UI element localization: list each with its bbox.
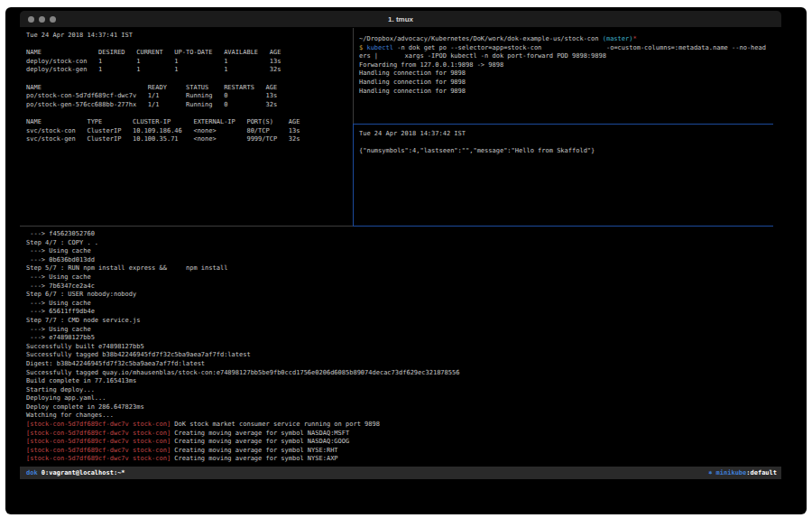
pane-divider-horizontal-active-top[interactable] bbox=[354, 124, 773, 125]
window-titlebar: 1. tmux bbox=[20, 11, 781, 28]
kube-context-indicator: ⎈ minikube:default bbox=[708, 467, 777, 479]
terminal-line: Step 4/7 : COPY . . bbox=[26, 239, 778, 248]
pane-divider-vertical-active[interactable] bbox=[353, 124, 354, 227]
close-button[interactable] bbox=[28, 16, 34, 23]
terminal-line: ---> Using cache bbox=[26, 247, 778, 256]
terminal-line: Starting deploy... bbox=[26, 386, 778, 395]
tmux-session-and-window[interactable]: dok 0:vagrant@localhost:~* bbox=[26, 467, 125, 479]
terminal-line: Successfully tagged quay.io/mhausenblas/… bbox=[26, 369, 778, 378]
pane-port-forward[interactable]: ~/Dropbox/advocacy/Kubernetes/DoK/work/d… bbox=[354, 28, 781, 124]
terminal-line: Step 7/7 : CMD node service.js bbox=[26, 317, 778, 326]
terminal-line: Tue 24 Apr 2018 14:37:41 IST bbox=[26, 32, 349, 41]
terminal-line: ---> e74898127bb5 bbox=[26, 334, 778, 343]
terminal-line: [stock-con-5d7df689cf-dwc7v stock-con] D… bbox=[26, 421, 778, 430]
terminal-line: ---> Using cache bbox=[26, 273, 778, 282]
terminal-line: ---> Using cache bbox=[26, 326, 778, 335]
terminal-line bbox=[359, 139, 778, 148]
pane-divider-horizontal-active-bottom[interactable] bbox=[353, 226, 773, 227]
terminal-line: Successfully built e74898127bb5 bbox=[26, 343, 778, 352]
window-controls bbox=[28, 16, 56, 23]
terminal-line: Forwarding from 127.0.0.1:9898 -> 9898 bbox=[359, 61, 778, 70]
minimize-button[interactable] bbox=[39, 16, 45, 23]
terminal-line: Digest: b38b42246945fd7f32c5ba9aea7af7fd… bbox=[26, 360, 778, 369]
pane-divider-vertical-inactive[interactable] bbox=[353, 28, 354, 124]
terminal-line bbox=[26, 41, 349, 50]
terminal-line: svc/stock-con ClusterIP 10.109.186.46 <n… bbox=[26, 127, 349, 136]
terminal-line bbox=[26, 109, 349, 118]
pane-service-response[interactable]: Tue 24 Apr 2018 14:37:42 IST{"numsymbols… bbox=[354, 125, 781, 226]
terminal-line: [stock-con-5d7df689cf-dwc7v stock-con] C… bbox=[26, 438, 778, 447]
tmux-status-bar: dok 0:vagrant@localhost:~* ⎈ minikube:de… bbox=[20, 467, 781, 479]
terminal-line: ---> Using cache bbox=[26, 300, 778, 309]
terminal-line: Handling connection for 9898 bbox=[359, 69, 778, 79]
terminal-line: ---> 0b636bd013dd bbox=[26, 256, 778, 265]
terminal-line bbox=[26, 75, 349, 84]
tmux-session: Tue 24 Apr 2018 14:37:41 ISTNAME DESIRED… bbox=[20, 28, 781, 467]
pane-skaffold-build-log[interactable]: ---> f45623052760Step 4/7 : COPY . . ---… bbox=[20, 227, 781, 467]
terminal-line: deploy/stock-gen 1 1 1 1 32s bbox=[26, 66, 349, 75]
terminal-line: Build complete in 77.165413ms bbox=[26, 377, 778, 386]
pane-divider-horizontal-inactive[interactable] bbox=[20, 226, 353, 227]
terminal-line: {"numsymbols":4,"lastseen":"","message":… bbox=[359, 147, 778, 156]
terminal-line: NAME TYPE CLUSTER-IP EXTERNAL-IP PORT(S)… bbox=[26, 118, 349, 127]
terminal-line: Deploy complete in 286.647823ms bbox=[26, 403, 778, 412]
terminal-line: Step 6/7 : USER nobody:nobody bbox=[26, 291, 778, 300]
terminal-line: [stock-con-5d7df689cf-dwc7v stock-con] C… bbox=[26, 447, 778, 456]
terminal-line: deploy/stock-con 1 1 1 1 13s bbox=[26, 58, 349, 67]
zoom-button[interactable] bbox=[50, 16, 56, 23]
terminal-line: po/stock-con-5d7df689cf-dwc7v 1/1 Runnin… bbox=[26, 92, 349, 101]
window-title: 1. tmux bbox=[20, 11, 781, 28]
pane-kubectl-watch[interactable]: Tue 24 Apr 2018 14:37:41 ISTNAME DESIRED… bbox=[20, 28, 353, 226]
terminal-line: Handling connection for 9898 bbox=[359, 79, 778, 88]
terminal-line: Watching for changes... bbox=[26, 412, 778, 421]
terminal-line: $ kubectl -n dok get po --selector=app=s… bbox=[359, 44, 778, 53]
terminal-line: Handling connection for 9898 bbox=[359, 88, 778, 97]
terminal-line: NAME DESIRED CURRENT UP-TO-DATE AVAILABL… bbox=[26, 49, 349, 58]
terminal-line: Step 5/7 : RUN npm install express && np… bbox=[26, 264, 778, 273]
terminal-line: ---> 7b6347ce2a4c bbox=[26, 282, 778, 291]
terminal-line: Tue 24 Apr 2018 14:37:42 IST bbox=[359, 130, 778, 139]
terminal-line: po/stock-gen-576cc688bb-277hx 1/1 Runnin… bbox=[26, 101, 349, 110]
terminal-line: ---> 65611ff9db4e bbox=[26, 308, 778, 317]
screenshot-canvas: 1. tmux Tue 24 Apr 2018 14:37:41 ISTNAME… bbox=[0, 0, 812, 518]
desktop-background: 1. tmux Tue 24 Apr 2018 14:37:41 ISTNAME… bbox=[5, 7, 807, 514]
terminal-line: Deploying app.yaml... bbox=[26, 394, 778, 403]
terminal-line: NAME READY STATUS RESTARTS AGE bbox=[26, 84, 349, 93]
terminal-line: svc/stock-gen ClusterIP 10.100.35.71 <no… bbox=[26, 135, 349, 144]
terminal-window: 1. tmux Tue 24 Apr 2018 14:37:41 ISTNAME… bbox=[20, 11, 781, 479]
terminal-line: [stock-con-5d7df689cf-dwc7v stock-con] C… bbox=[26, 455, 778, 464]
terminal-line: ~/Dropbox/advocacy/Kubernetes/DoK/work/d… bbox=[359, 35, 778, 44]
terminal-line: Successfully tagged b38b42246945fd7f32c5… bbox=[26, 351, 778, 360]
terminal-line: ---> f45623052760 bbox=[26, 230, 778, 239]
terminal-line: ers | xargs -IPOD kubectl -n dok port-fo… bbox=[359, 52, 778, 61]
terminal-line: [stock-con-5d7df689cf-dwc7v stock-con] C… bbox=[26, 430, 778, 439]
